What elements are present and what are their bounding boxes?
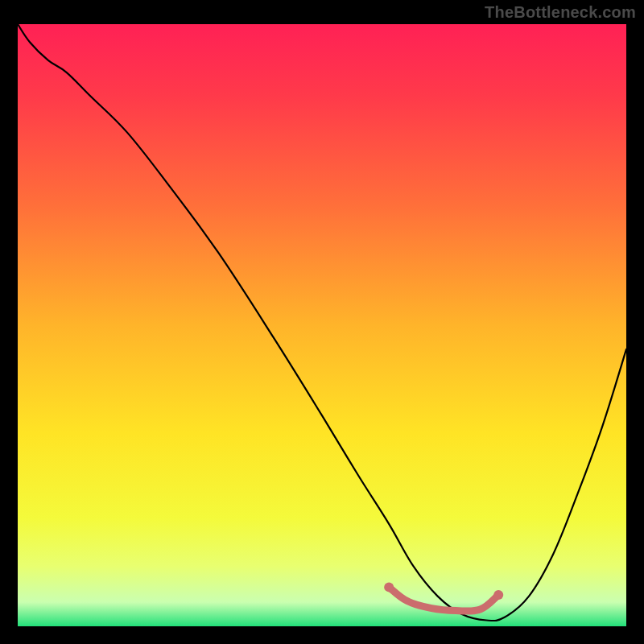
plot-area (18, 24, 626, 626)
optimal-range-start-dot (384, 582, 394, 592)
watermark-text: TheBottleneck.com (485, 3, 636, 22)
optimal-range-end-dot (493, 590, 503, 600)
chart-container: TheBottleneck.com (0, 0, 644, 644)
chart-svg (18, 24, 626, 626)
